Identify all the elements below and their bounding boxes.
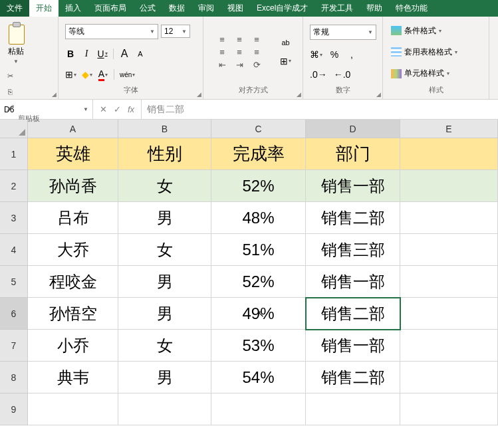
align-left-button[interactable]: ≡ (215, 47, 229, 57)
cell-A7[interactable]: 小乔 (28, 330, 118, 362)
cell-style-button[interactable]: 单元格样式▾ (390, 66, 482, 80)
col-header-D[interactable]: D (306, 120, 400, 138)
cell-C2[interactable]: 52% (211, 170, 306, 202)
cell-C9[interactable] (211, 393, 306, 425)
fill-color-button[interactable]: ◆▾ (82, 69, 92, 80)
align-bottom-button[interactable]: ≡ (249, 35, 264, 45)
tab-formula[interactable]: 公式 (133, 0, 162, 17)
cell-E6[interactable] (400, 298, 498, 330)
cell-B9[interactable] (118, 393, 211, 425)
row-header-6[interactable]: 6 (0, 298, 28, 330)
enter-formula-button[interactable]: ✓ (114, 104, 121, 114)
font-color-button[interactable]: A▾ (98, 68, 108, 81)
cell-E3[interactable] (400, 202, 498, 234)
cell-A5[interactable]: 程咬金 (28, 266, 118, 298)
cell-E7[interactable] (400, 330, 498, 362)
cell-D8[interactable]: 销售二部 (306, 362, 400, 393)
number-launcher[interactable]: ◢ (376, 91, 381, 98)
cell-D3[interactable]: 销售二部 (306, 202, 400, 234)
row-header-1[interactable]: 1 (0, 138, 28, 170)
cell-B2[interactable]: 女 (118, 170, 211, 202)
cell-A8[interactable]: 典韦 (28, 362, 118, 393)
phonetic-button[interactable]: wén▾ (120, 71, 135, 78)
number-format-combo[interactable]: 常规▼ (310, 25, 376, 40)
cell-E4[interactable] (400, 234, 498, 266)
align-center-button[interactable]: ≡ (232, 47, 247, 57)
align-right-button[interactable]: ≡ (249, 47, 264, 57)
row-header-8[interactable]: 8 (0, 362, 28, 393)
tab-insert[interactable]: 插入 (59, 0, 88, 17)
tab-excel-custom[interactable]: Excel自学成才 (250, 0, 314, 17)
row-header-7[interactable]: 7 (0, 330, 28, 362)
cell-C5[interactable]: 52% (211, 266, 306, 298)
col-header-C[interactable]: C (211, 120, 306, 138)
cell-A4[interactable]: 大乔 (28, 234, 118, 266)
cell-A1[interactable]: 英雄 (28, 138, 118, 170)
currency-button[interactable]: ⌘▾ (310, 49, 322, 60)
align-middle-button[interactable]: ≡ (232, 35, 247, 45)
paste-button[interactable]: 粘贴 ▼ (4, 19, 28, 67)
increase-font-button[interactable]: A (119, 48, 130, 60)
cell-D2[interactable]: 销售一部 (306, 170, 400, 202)
cancel-formula-button[interactable]: ✕ (100, 104, 107, 114)
cell-D4[interactable]: 销售三部 (306, 234, 400, 266)
row-header-4[interactable]: 4 (0, 234, 28, 266)
tab-home[interactable]: 开始 (29, 0, 59, 17)
tab-file[interactable]: 文件 (0, 0, 29, 17)
increase-indent-button[interactable]: ⇥ (232, 60, 247, 70)
font-name-combo[interactable]: 等线▼ (65, 24, 158, 39)
tab-data[interactable]: 数据 (162, 0, 191, 17)
col-header-E[interactable]: E (400, 120, 498, 138)
cell-C6[interactable]: ↖49% (211, 298, 306, 330)
col-header-B[interactable]: B (118, 120, 211, 138)
cell-E1[interactable] (400, 138, 498, 170)
row-header-3[interactable]: 3 (0, 202, 28, 234)
format-painter-button[interactable]: 🖌 (4, 102, 16, 114)
cell-A2[interactable]: 孙尚香 (28, 170, 118, 202)
fx-button[interactable]: fx (128, 104, 134, 114)
percent-button[interactable]: % (329, 49, 340, 60)
formula-input[interactable]: 销售二部 (142, 100, 498, 119)
tab-layout[interactable]: 页面布局 (88, 0, 133, 17)
clipboard-launcher[interactable]: ◢ (52, 91, 57, 98)
underline-button[interactable]: U▾ (97, 49, 108, 59)
tab-view[interactable]: 视图 (221, 0, 250, 17)
cell-E8[interactable] (400, 362, 498, 393)
row-header-2[interactable]: 2 (0, 170, 28, 202)
conditional-format-button[interactable]: 条件格式▾ (390, 24, 482, 38)
cell-E2[interactable] (400, 170, 498, 202)
cell-D9[interactable] (306, 393, 400, 425)
cell-A9[interactable] (28, 393, 118, 425)
cell-B3[interactable]: 男 (118, 202, 211, 234)
tab-dev[interactable]: 开发工具 (314, 0, 360, 17)
cell-A6[interactable]: 孙悟空 (28, 298, 118, 330)
cell-B5[interactable]: 男 (118, 266, 211, 298)
table-format-button[interactable]: 套用表格格式▾ (390, 45, 482, 59)
cell-C7[interactable]: 53% (211, 330, 306, 362)
row-header-9[interactable]: 9 (0, 393, 28, 425)
cell-E5[interactable] (400, 266, 498, 298)
cut-button[interactable]: ✂ (4, 70, 16, 82)
cell-D7[interactable]: 销售一部 (306, 330, 400, 362)
font-size-combo[interactable]: 12▼ (161, 25, 190, 38)
border-button[interactable]: ⊞▾ (65, 69, 76, 80)
wrap-text-button[interactable]: ab (280, 39, 291, 47)
cell-D6[interactable]: 销售二部 (306, 298, 400, 330)
comma-button[interactable]: , (346, 49, 357, 60)
cell-B7[interactable]: 女 (118, 330, 211, 362)
cell-C3[interactable]: 48% (211, 202, 306, 234)
align-top-button[interactable]: ≡ (215, 35, 229, 45)
cell-C4[interactable]: 51% (211, 234, 306, 266)
cell-D1[interactable]: 部门 (306, 138, 400, 170)
alignment-launcher[interactable]: ◢ (297, 91, 301, 98)
tab-special[interactable]: 特色功能 (389, 0, 434, 17)
cell-A3[interactable]: 吕布 (28, 202, 118, 234)
decrease-decimal-button[interactable]: ←.0 (334, 69, 351, 80)
tab-review[interactable]: 审阅 (191, 0, 221, 17)
decrease-font-button[interactable]: A (135, 50, 146, 58)
cell-C8[interactable]: 54% (211, 362, 306, 393)
merge-button[interactable]: ⊞▾ (280, 56, 291, 66)
cell-D5[interactable]: 销售一部 (306, 266, 400, 298)
increase-decimal-button[interactable]: .0→ (310, 69, 327, 80)
cell-E9[interactable] (400, 393, 498, 425)
